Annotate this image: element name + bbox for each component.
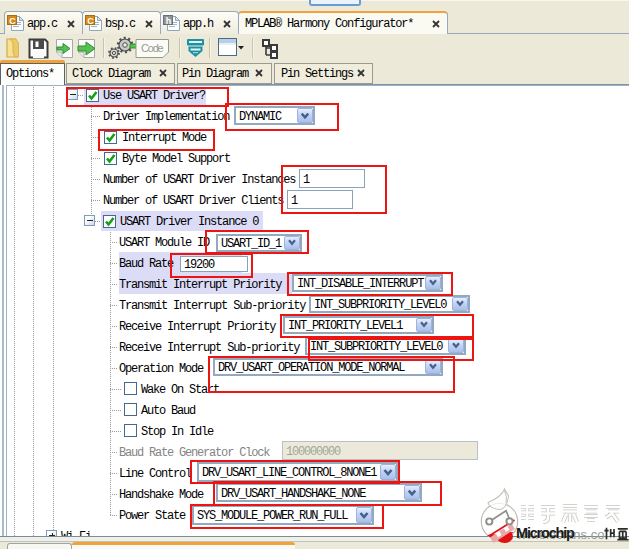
svg-text:Code: Code (141, 42, 164, 54)
svg-text:h: h (166, 16, 171, 26)
